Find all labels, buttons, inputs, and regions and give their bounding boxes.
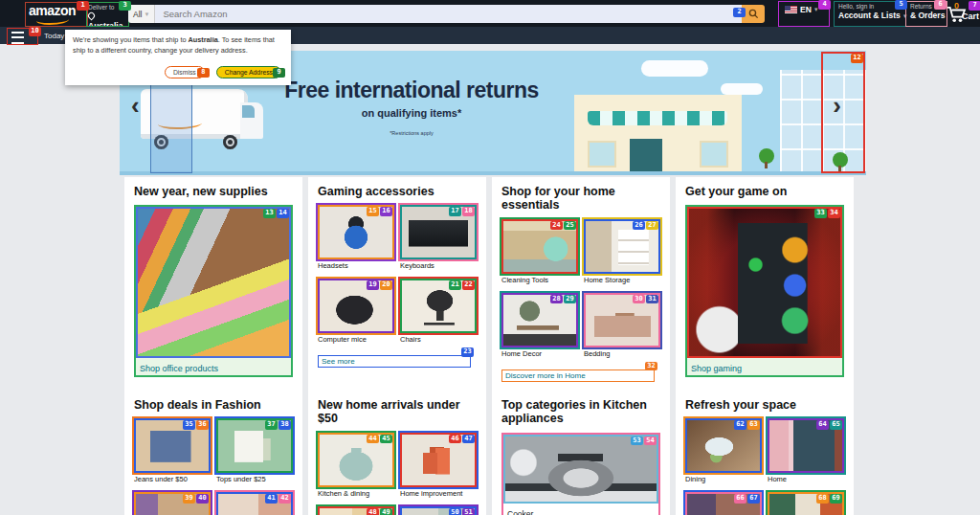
- orders-label: & Orders: [910, 11, 945, 21]
- tree-illustration: [759, 148, 774, 164]
- annotation-badge: 51: [462, 508, 475, 515]
- card-grid: 2425Cleaning Tools2627Home Storage2829Ho…: [501, 219, 660, 358]
- nav-item-today[interactable]: Today: [44, 32, 64, 40]
- card-image[interactable]: 3334: [687, 207, 842, 358]
- cart-label: Cart: [962, 11, 979, 21]
- annotation-badge-set: 5354: [631, 437, 657, 446]
- card-footer-link[interactable]: Shop office products: [136, 358, 291, 375]
- category-label: Tops under $25: [216, 475, 293, 483]
- category-tile[interactable]: 4142: [216, 492, 293, 515]
- category-label: Headsets: [318, 261, 394, 270]
- category-tile[interactable]: 2829: [501, 293, 578, 347]
- annotation-badge: 48: [367, 508, 379, 515]
- category-cell: 1718Keyboards: [400, 205, 477, 270]
- category-tile[interactable]: 3940: [134, 492, 211, 515]
- annotation-frame: 3334Shop gaming: [685, 205, 844, 377]
- glass-building-illustration: [780, 70, 866, 175]
- card-see-more-link[interactable]: See more23: [318, 355, 471, 368]
- card-see-more-link[interactable]: Discover more in Home32: [501, 369, 655, 382]
- annotation-badge-set: 6869: [816, 494, 842, 504]
- carousel-next-arrow[interactable]: ›: [833, 93, 841, 118]
- card-image[interactable]: 5354: [503, 435, 658, 504]
- category-tile[interactable]: 2627: [584, 219, 660, 274]
- category-tile[interactable]: 3031: [584, 293, 660, 347]
- category-tile[interactable]: 6465: [768, 418, 844, 473]
- card-grid: 4445Kitchen & dining4647Home improvement…: [318, 433, 477, 515]
- hamburger-menu-icon[interactable]: [11, 32, 24, 44]
- hero-restrictions-note: *Restrictions apply: [177, 130, 646, 136]
- cloud-illustration: [641, 60, 708, 77]
- card-footer-link[interactable]: Shop gaming: [687, 358, 842, 375]
- category-tile[interactable]: 3536: [134, 418, 211, 473]
- annotation-badge: 15: [367, 207, 379, 216]
- category-cell: 4445Kitchen & dining: [318, 433, 394, 498]
- search-button[interactable]: [742, 5, 765, 23]
- annotation-badge: 27: [646, 221, 658, 231]
- category-tile[interactable]: 6263: [685, 418, 762, 473]
- category-tile[interactable]: 6667: [685, 492, 762, 515]
- category-tile[interactable]: 3738: [216, 418, 293, 473]
- category-tile[interactable]: 1516: [318, 205, 394, 259]
- dismiss-button[interactable]: Dismiss 8: [165, 66, 205, 78]
- annotation-badge-set: 2627: [633, 221, 658, 231]
- annotation-badge: 49: [380, 508, 392, 515]
- annotation-badge: 38: [278, 420, 291, 430]
- category-label: Cleaning Tools: [501, 276, 578, 284]
- deliver-to-label: Deliver to: [88, 4, 114, 11]
- category-tile[interactable]: 2425: [501, 219, 578, 274]
- annotation-badge: 18: [462, 207, 475, 216]
- category-tile[interactable]: 6869: [768, 492, 844, 515]
- annotation-badge: 54: [644, 437, 657, 446]
- annotation-badge: 40: [196, 494, 209, 504]
- annotation-badge: 22: [462, 280, 475, 290]
- annotation-badge: 13: [263, 209, 276, 218]
- category-cell: 6263Dining: [685, 418, 762, 483]
- category-tile[interactable]: 4445: [318, 433, 394, 487]
- category-cell: 6667: [685, 492, 762, 515]
- search-category-dropdown[interactable]: All▼: [128, 5, 155, 23]
- annotation-badge: 29: [564, 295, 576, 304]
- category-label: Kitchen & dining: [318, 489, 394, 498]
- annotation-badge-set: 4142: [265, 494, 291, 504]
- card-title: Shop for your home essentials: [501, 185, 660, 213]
- category-tile[interactable]: 1718: [400, 205, 477, 259]
- category-tile[interactable]: 4849: [318, 506, 394, 515]
- category-tile[interactable]: 4647: [400, 433, 477, 487]
- annotation-badge: 53: [631, 437, 643, 446]
- search-input[interactable]: [155, 5, 742, 23]
- category-cell: 3940: [134, 492, 211, 515]
- annotation-badge: 35: [183, 420, 195, 430]
- annotation-badge-set: 2829: [550, 295, 576, 304]
- cart-count: 0: [954, 1, 959, 11]
- annotation-badge: 69: [830, 494, 842, 504]
- category-label: Chairs: [400, 335, 477, 344]
- change-address-button[interactable]: Change Address 9: [216, 66, 281, 78]
- annotation-badge: 31: [646, 295, 658, 304]
- category-tile[interactable]: 5051: [400, 506, 477, 515]
- category-card: Shop for your home essentials2425Cleanin…: [492, 177, 670, 392]
- card-title: New home arrivals under $50: [318, 398, 477, 426]
- card-title: Get your game on: [685, 185, 844, 198]
- annotation-badge-set: 4647: [449, 435, 475, 444]
- amazon-smile-icon: [36, 15, 69, 25]
- category-tile[interactable]: 1920: [318, 279, 394, 333]
- annotation-badge: 45: [380, 435, 392, 444]
- card-footer-link[interactable]: Cooker: [503, 504, 658, 515]
- card-title: New year, new supplies: [134, 185, 293, 198]
- category-cell: 4849: [318, 506, 394, 515]
- annotation-badge: 63: [747, 420, 760, 430]
- annotation-badge-set: 1718: [449, 207, 475, 216]
- annotation-badge: 64: [816, 420, 829, 430]
- category-cell: 6465Home: [768, 418, 844, 483]
- language-selector[interactable]: EN▼: [785, 5, 819, 15]
- category-tile[interactable]: 2122: [400, 279, 477, 333]
- annotation-badge: 4: [818, 0, 831, 10]
- category-cell: 4142: [216, 492, 293, 515]
- annotation-badge: 5: [895, 0, 907, 10]
- carousel-prev-arrow[interactable]: ‹: [131, 93, 140, 118]
- category-card: Get your game on3334Shop gaming: [676, 177, 854, 392]
- category-cell: 3738Tops under $25: [216, 418, 293, 483]
- annotation-badge-set: 1516: [367, 207, 392, 216]
- card-title: Gaming accessories: [318, 185, 477, 198]
- card-image[interactable]: 1314: [136, 207, 291, 358]
